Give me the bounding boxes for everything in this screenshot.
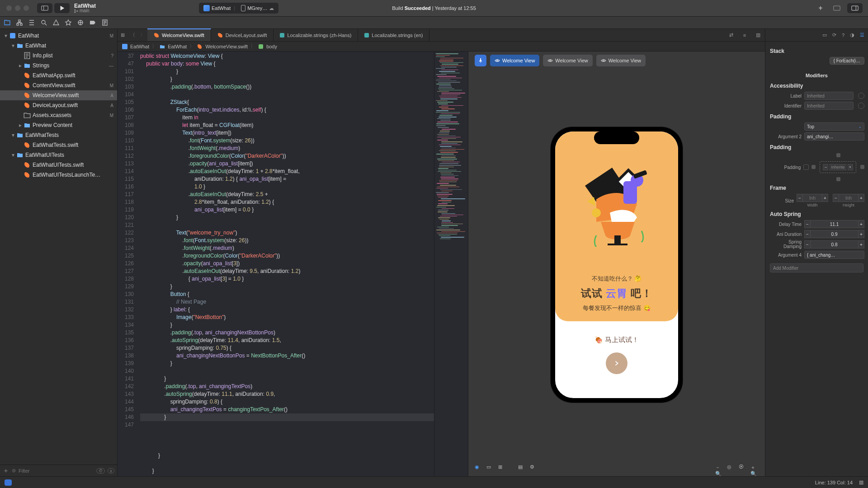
find-navigator-icon[interactable] <box>40 19 47 26</box>
live-preview-icon[interactable]: ◉ <box>475 464 483 472</box>
nav-forward-icon[interactable]: 〉 <box>137 29 147 41</box>
variants-icon[interactable]: ⊞ <box>498 464 506 472</box>
next-button[interactable] <box>606 352 627 374</box>
acc-identifier-field[interactable]: Inherited <box>804 102 854 110</box>
issue-navigator-icon[interactable] <box>52 19 60 26</box>
report-navigator-icon[interactable] <box>101 19 108 26</box>
nav-back-icon[interactable]: 〈 <box>127 29 137 41</box>
run-destination[interactable]: EatWhat 〉 MGrey… ☁︎ <box>199 3 278 14</box>
status-bar: Line: 139 Col: 14 ▥ <box>0 476 868 488</box>
editor-options-icon[interactable]: ⇄ <box>724 29 738 41</box>
attributes-inspector-icon[interactable]: ☰ <box>860 32 864 38</box>
scm-badge: M <box>110 33 113 38</box>
zoom-in-icon[interactable]: ＋🔍 <box>750 464 759 472</box>
filter-recent-icon[interactable]: ⏱ <box>96 468 105 474</box>
tree-row[interactable]: EatWhatUITests.swift <box>0 160 117 170</box>
preview-chip[interactable]: Welcome View <box>596 55 646 66</box>
code-editor[interactable]: 3747101102103104105106107108109110111112… <box>118 52 434 476</box>
help-inspector-icon[interactable]: ? <box>842 33 844 38</box>
selectable-preview-icon[interactable]: ▭ <box>486 464 495 472</box>
zoom-fit-icon[interactable]: ◎ <box>727 464 735 472</box>
spring-damping-stepper[interactable]: −0.8+ <box>804 240 864 249</box>
height-stepper[interactable]: −Inh+ <box>833 194 864 202</box>
editor-tab[interactable]: DeviceLayout.swift <box>211 29 274 41</box>
tree-row[interactable]: ▾EatWhatM <box>0 31 117 41</box>
modifiers-heading: Modifiers <box>769 73 864 78</box>
jump-seg-4[interactable]: body <box>266 44 277 49</box>
delay-time-stepper[interactable]: −11.1+ <box>804 220 864 228</box>
canvas-pin-icon[interactable] <box>475 55 486 66</box>
tree-row[interactable]: DeviceLayout.swiftA <box>0 100 117 110</box>
toggle-left-panel-icon[interactable] <box>37 3 52 13</box>
acc-identifier-reset[interactable] <box>858 103 864 109</box>
history-inspector-icon[interactable]: ⟳ <box>832 32 836 38</box>
tree-row[interactable]: WelcomeView.swiftA <box>0 90 117 100</box>
adjust-editor-icon[interactable]: ≡ <box>738 29 751 41</box>
breakpoint-navigator-icon[interactable] <box>89 19 96 26</box>
file-kind-icon <box>24 141 31 149</box>
padding-arg2-label: Argument 2 <box>769 134 802 139</box>
add-modifier-field[interactable]: Add Modifier <box>770 263 863 272</box>
library-icon[interactable] <box>829 3 844 13</box>
window-traffic-lights[interactable] <box>4 5 32 11</box>
file-tree[interactable]: ▾EatWhatM▾EatWhatInfo.plist?▸Strings—Eat… <box>0 29 117 465</box>
toggle-debug-area-icon[interactable]: ▥ <box>859 479 863 485</box>
filter-scope-icon[interactable]: ⊜ <box>12 468 16 474</box>
tree-row[interactable]: Assets.xcassetsM <box>0 110 117 120</box>
editor-tab[interactable]: WelcomeView.swift <box>147 28 211 41</box>
arg4-field[interactable]: { ani_chang… <box>804 251 864 259</box>
toggle-right-panel-icon[interactable] <box>847 3 863 13</box>
jump-seg-2[interactable]: EatWhat <box>168 44 187 49</box>
filter-input[interactable] <box>19 468 94 474</box>
device-settings-icon[interactable]: ▤ <box>518 464 526 472</box>
project-navigator-icon[interactable] <box>4 19 11 26</box>
run-button[interactable] <box>54 3 70 13</box>
tree-row[interactable]: ▾EatWhatTests <box>0 130 117 140</box>
tree-row[interactable]: ▾EatWhatUITests <box>0 150 117 160</box>
tree-row[interactable]: EatWhatTests.swift <box>0 140 117 150</box>
tree-row[interactable]: ▸Strings— <box>0 61 117 70</box>
tree-row[interactable]: EatWhatApp.swift <box>0 70 117 80</box>
filter-scm-icon[interactable]: ± <box>108 468 114 474</box>
scm-badge: A <box>110 103 113 108</box>
test-navigator-icon[interactable] <box>65 19 72 26</box>
tree-row-label: EatWhatUITestsLaunchTe… <box>33 172 100 178</box>
preferences-icon[interactable]: ⚙︎ <box>530 464 538 472</box>
tree-row[interactable]: Info.plist? <box>0 51 117 61</box>
jump-seg-1[interactable]: EatWhat <box>130 44 149 49</box>
file-inspector-icon[interactable]: ▭ <box>822 32 827 38</box>
acc-label-field[interactable]: Inherited <box>804 92 854 100</box>
scheme-selector[interactable]: EatWhat main <box>74 3 96 13</box>
preview-chip[interactable]: Welcome View <box>543 55 592 66</box>
add-file-button[interactable]: ＋ <box>3 467 9 475</box>
symbol-navigator-icon[interactable] <box>28 19 35 26</box>
accessibility-inspector-icon[interactable]: ◑ <box>850 32 854 38</box>
padding-diagram[interactable]: −Inherite+ <box>811 153 864 181</box>
stack-value[interactable]: { ForEach(i… <box>830 57 864 65</box>
jump-seg-3[interactable]: WelcomeView.swift <box>205 44 248 49</box>
zoom-out-icon[interactable]: －🔍 <box>715 464 723 472</box>
related-items-icon[interactable]: ⊞ <box>118 29 127 41</box>
tree-row[interactable]: ▸Preview Content <box>0 120 117 130</box>
zoom-actual-icon[interactable]: ⦿ <box>739 464 747 472</box>
debug-output-icon[interactable] <box>5 479 12 486</box>
source-control-navigator-icon[interactable] <box>16 19 23 26</box>
debug-navigator-icon[interactable] <box>77 19 84 26</box>
editor-tab[interactable]: Localizable.strings (zh-Hans) <box>274 29 358 41</box>
padding-toggle[interactable] <box>803 164 809 170</box>
minimap[interactable] <box>434 52 468 476</box>
width-stepper[interactable]: −Inh+ <box>797 194 828 202</box>
padding-arg2-field[interactable]: ani_changi… <box>804 132 864 141</box>
add-editor-icon[interactable]: ▥ <box>751 29 765 41</box>
jump-bar[interactable]: EatWhat〉 EatWhat〉 WelcomeView.swift〉 bod… <box>118 42 765 52</box>
padding-edge-select[interactable]: Top⌄ <box>804 122 864 131</box>
ani-duration-stepper[interactable]: −0.9+ <box>804 230 864 238</box>
editor-tab[interactable]: Localizable.strings (en) <box>358 29 429 41</box>
acc-label-reset[interactable] <box>858 93 864 99</box>
add-button[interactable]: + <box>815 2 826 14</box>
tree-row[interactable]: ▾EatWhat <box>0 41 117 51</box>
app-preview[interactable]: 不知道吃什么？ 🤔 试试 云胃 吧！ 每餐发现不一样的惊喜 😋 🍖 马上试试！ <box>555 131 678 398</box>
tree-row[interactable]: ContentView.swiftM <box>0 80 117 90</box>
preview-chip[interactable]: Welcome View <box>490 55 539 66</box>
tree-row[interactable]: EatWhatUITestsLaunchTe… <box>0 170 117 180</box>
